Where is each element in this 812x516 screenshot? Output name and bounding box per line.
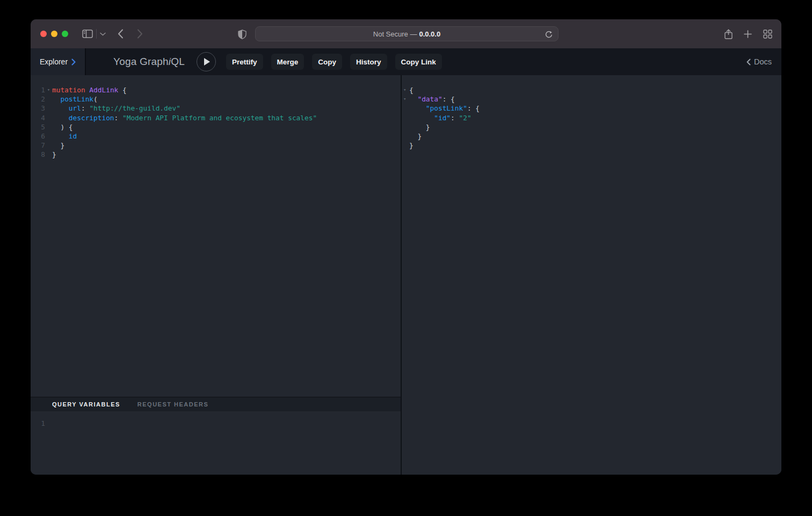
privacy-report-button[interactable] [237,29,247,39]
code-line: 5 ) { [31,122,401,132]
address-security-label: Not Secure — [373,30,417,38]
variables-editor[interactable]: 1 [31,411,401,475]
code-line: 6 id [31,132,401,141]
fold-arrow-icon[interactable]: ▾ [45,85,52,95]
browser-window: Not Secure — 0.0.0.0 [31,19,781,475]
minimize-window-button[interactable] [51,31,57,37]
line-number: 7 [31,141,45,150]
fold-gutter [45,122,52,132]
code-line: 3 url: "http://the-guild.dev" [31,104,401,113]
query-variables-tab[interactable]: QUERY VARIABLES [52,401,120,408]
tab-overview-button[interactable] [762,29,773,39]
line-number: 3 [31,104,45,113]
fold-gutter [402,104,409,113]
line-number: 8 [31,150,45,159]
fold-gutter [45,95,52,104]
address-bar[interactable]: Not Secure — 0.0.0.0 [255,26,559,41]
line-number: 4 [31,113,45,122]
plus-icon [744,30,752,38]
line-number: 6 [31,132,45,141]
prettify-button[interactable]: Prettify [226,54,263,70]
code-line: 4 description: "Modern API Platform and … [31,113,401,122]
fold-gutter [45,113,52,122]
shield-icon [238,30,247,39]
fold-gutter [402,141,409,150]
chevron-left-icon [746,59,751,66]
copy-button[interactable]: Copy [312,54,342,70]
code-line: "postLink": { [402,104,781,113]
query-editor[interactable]: 1▾mutation AddLink {2 postLink(3 url: "h… [31,75,401,397]
code-line: ▾ "data": { [402,95,781,104]
code-line: 7 } [31,141,401,150]
merge-button[interactable]: Merge [271,54,305,70]
reload-button[interactable] [544,30,554,39]
play-icon [204,58,210,66]
sidebar-icon [82,30,93,38]
graphiql-toolbar: Explorer Yoga GraphiQL Prettify Merge Co… [31,48,781,75]
fold-arrow-icon[interactable]: ▾ [402,95,409,104]
main-content: 1▾mutation AddLink {2 postLink(3 url: "h… [31,75,781,475]
fold-gutter [45,104,52,113]
chevron-left-icon [118,29,124,39]
query-pane: 1▾mutation AddLink {2 postLink(3 url: "h… [31,75,402,475]
sidebar-toggle-button[interactable] [82,29,93,39]
share-button[interactable] [723,28,733,40]
code-line: 8} [31,150,401,159]
chevron-right-icon [137,29,143,39]
zoom-window-button[interactable] [62,31,68,37]
toolbar-buttons: Prettify Merge Copy History Copy Link [226,54,442,70]
explorer-toggle[interactable]: Explorer [31,48,86,75]
copy-link-button[interactable]: Copy Link [395,54,442,70]
titlebar: Not Secure — 0.0.0.0 [31,19,781,48]
execute-query-button[interactable] [197,52,216,71]
code-line: ▾{ [402,85,781,95]
request-headers-tab[interactable]: REQUEST HEADERS [137,401,209,408]
code-line: } [402,141,781,150]
chevron-down-icon [100,32,106,36]
code-line: 1 [31,419,401,428]
secondary-editor-tabs: QUERY VARIABLES REQUEST HEADERS [31,397,401,411]
close-window-button[interactable] [40,31,47,37]
fold-gutter [45,132,52,141]
address-host: 0.0.0.0 [419,30,440,38]
fold-gutter [402,122,409,132]
fold-arrow-icon[interactable]: ▾ [402,85,409,95]
history-button[interactable]: History [350,54,387,70]
code-line: 1▾mutation AddLink { [31,85,401,95]
fold-gutter [402,132,409,141]
code-line: } [402,122,781,132]
fold-gutter [45,419,52,428]
line-number: 1 [31,85,45,95]
chevron-right-icon [71,59,76,66]
docs-label: Docs [754,57,772,66]
fold-gutter [402,113,409,122]
code-line: } [402,132,781,141]
line-number: 1 [31,419,45,428]
line-number: 5 [31,122,45,132]
app-title: Yoga GraphiQL [110,48,188,75]
code-line: 2 postLink( [31,95,401,104]
response-viewer: ▾{▾ "data": { "postLink": { "id": "2" } … [402,75,781,475]
toolbar-separator [96,29,97,39]
reload-icon [545,31,553,39]
explorer-label: Explorer [40,57,68,66]
docs-button[interactable]: Docs [746,48,772,75]
back-button[interactable] [117,28,124,39]
share-icon [724,29,733,39]
line-number: 2 [31,95,45,104]
fold-gutter [45,150,52,159]
sidebar-menu-button[interactable] [99,31,106,37]
forward-button[interactable] [136,28,143,39]
code-line: "id": "2" [402,113,781,122]
fold-gutter [45,141,52,150]
new-tab-button[interactable] [743,29,752,39]
grid-icon [763,30,772,39]
